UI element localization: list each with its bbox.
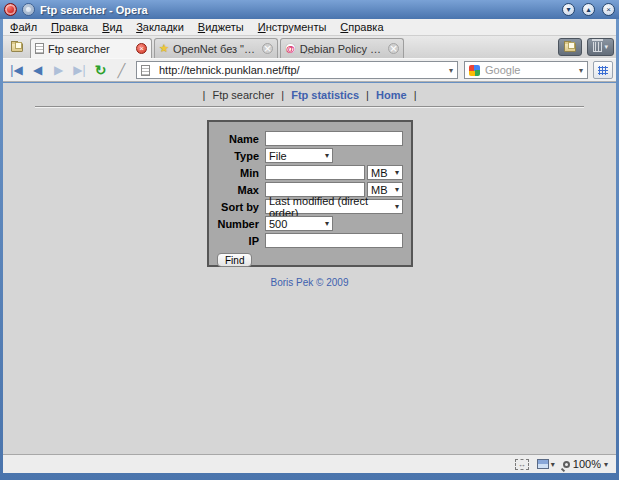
tabbar: Ftp searcher × ★ OpenNet без "www" - ...… <box>3 36 616 58</box>
back-button[interactable]: ◀ <box>27 60 48 80</box>
nav-separator: | <box>281 89 284 101</box>
horizontal-rule <box>35 106 584 108</box>
number-select[interactable]: 500 ▾ <box>265 216 333 231</box>
chevron-down-icon[interactable]: ▾ <box>604 460 608 469</box>
address-url[interactable]: http://tehnick.punklan.net/ftp/ <box>159 64 449 76</box>
find-button[interactable]: Find <box>217 253 252 267</box>
number-label: Number <box>215 218 259 230</box>
statusbar: ↔ ▾ 100% ▾ <box>3 454 616 473</box>
type-select[interactable]: File ▾ <box>265 148 333 163</box>
min-label: Min <box>215 167 259 179</box>
tab-close-button[interactable]: × <box>388 43 399 54</box>
star-icon: ★ <box>159 42 169 55</box>
tab-opennet[interactable]: ★ OpenNet без "www" - ... × <box>154 38 278 58</box>
debian-icon: @ <box>285 43 296 54</box>
chevron-down-icon: ▾ <box>395 168 399 177</box>
image-icon <box>537 459 549 469</box>
nav-separator: | <box>366 89 369 101</box>
nav-separator: | <box>414 89 417 101</box>
zoom-level: 100% <box>573 458 601 470</box>
maximize-button[interactable]: ▴ <box>582 3 595 16</box>
google-icon <box>469 65 480 76</box>
min-unit-value: MB <box>371 167 388 179</box>
pin-to-desktop-button[interactable] <box>22 3 35 16</box>
page-footer: Boris Pek © 2009 <box>3 276 616 288</box>
document-icon <box>141 65 150 76</box>
name-input[interactable] <box>265 131 403 146</box>
trash-icon <box>593 42 602 52</box>
grid-icon <box>598 66 608 75</box>
search-placeholder[interactable]: Google <box>485 64 579 76</box>
chevron-down-icon: ▾ <box>325 219 329 228</box>
closed-tabs-trash-button[interactable]: ▾ <box>587 38 614 56</box>
chevron-down-icon[interactable]: ▾ <box>579 66 583 75</box>
panels-button[interactable] <box>558 38 582 56</box>
min-unit-select[interactable]: MB ▾ <box>367 165 403 180</box>
grid-view-button[interactable] <box>593 61 613 79</box>
chevron-down-icon[interactable]: ▾ <box>449 66 453 75</box>
menu-item-help[interactable]: Справка <box>340 21 383 33</box>
opera-logo-icon <box>4 3 17 16</box>
menu-item-bookmarks[interactable]: Закладки <box>136 21 184 33</box>
chevron-down-icon: ▾ <box>395 202 399 211</box>
sort-by-value: Last modified (direct order) <box>269 195 395 219</box>
tab-close-button[interactable]: × <box>136 43 147 54</box>
min-input[interactable] <box>265 165 365 180</box>
type-select-value: File <box>269 150 287 162</box>
zoom-control[interactable]: 100% ▾ <box>563 458 608 470</box>
window-frame: Ftp searcher - Opera ▾ ▴ × Файл Правка В… <box>0 0 619 480</box>
tab-debian-policy[interactable]: @ Debian Policy Manual × <box>280 38 404 58</box>
window-title: Ftp searcher - Opera <box>40 4 148 16</box>
menu-item-file[interactable]: Файл <box>10 21 37 33</box>
ip-label: IP <box>215 235 259 247</box>
reload-button[interactable]: ↻ <box>90 60 111 80</box>
nav-current-ftp-searcher: Ftp searcher <box>212 89 274 101</box>
tab-label: Ftp searcher <box>48 43 133 55</box>
new-page-icon <box>11 43 23 52</box>
search-form: Name Type File ▾ Min MB ▾ <box>207 120 413 267</box>
footer-author-link[interactable]: Boris Pek © 2009 <box>271 277 349 288</box>
menu-item-edit[interactable]: Правка <box>51 21 88 33</box>
chevron-down-icon: ▾ <box>604 43 608 51</box>
folder-icon <box>564 43 576 52</box>
menu-item-widgets[interactable]: Виджеты <box>198 21 244 33</box>
fit-to-width-button[interactable]: ↔ <box>515 459 529 470</box>
menu-item-view[interactable]: Вид <box>102 21 122 33</box>
fast-forward-button[interactable]: ▶| <box>69 60 90 80</box>
magnifier-icon <box>563 461 570 468</box>
sort-by-label: Sort by <box>215 201 259 213</box>
menubar: Файл Правка Вид Закладки Виджеты Инструм… <box>3 19 616 36</box>
nav-link-ftp-statistics[interactable]: Ftp statistics <box>291 89 359 101</box>
forward-button[interactable]: ▶ <box>48 60 69 80</box>
address-bar[interactable]: http://tehnick.punklan.net/ftp/ ▾ <box>136 61 458 79</box>
chevron-down-icon: ▾ <box>395 185 399 194</box>
tab-label: OpenNet без "www" - ... <box>173 43 259 55</box>
rewind-button[interactable]: |◀ <box>6 60 27 80</box>
nav-separator: | <box>203 89 206 101</box>
navigation-bar: |◀ ◀ ▶ ▶| ↻ ╱ http://tehnick.punklan.net… <box>3 58 616 82</box>
menu-item-tools[interactable]: Инструменты <box>258 21 327 33</box>
new-tab-button[interactable] <box>7 39 27 56</box>
titlebar[interactable]: Ftp searcher - Opera ▾ ▴ × <box>0 0 619 19</box>
page-nav: | Ftp searcher | Ftp statistics | Home | <box>3 89 616 101</box>
ip-input[interactable] <box>265 233 403 248</box>
page-icon <box>35 43 44 54</box>
close-button[interactable]: × <box>602 3 615 16</box>
type-label: Type <box>215 150 259 162</box>
sort-by-select[interactable]: Last modified (direct order) ▾ <box>265 199 403 214</box>
tab-close-button[interactable]: × <box>262 43 273 54</box>
max-label: Max <box>215 184 259 196</box>
page-content: | Ftp searcher | Ftp statistics | Home |… <box>3 83 616 454</box>
chevron-down-icon: ▾ <box>551 460 555 469</box>
name-label: Name <box>215 133 259 145</box>
chevron-down-icon: ▾ <box>325 151 329 160</box>
tabbar-overflow-dots: ··· <box>303 48 315 58</box>
tab-ftp-searcher[interactable]: Ftp searcher × <box>30 38 152 58</box>
images-toggle-button[interactable]: ▾ <box>537 459 555 469</box>
number-value: 500 <box>269 218 287 230</box>
minimize-button[interactable]: ▾ <box>562 3 575 16</box>
search-bar[interactable]: Google ▾ <box>464 61 588 79</box>
wand-button[interactable]: ╱ <box>111 60 132 80</box>
nav-link-home[interactable]: Home <box>376 89 407 101</box>
